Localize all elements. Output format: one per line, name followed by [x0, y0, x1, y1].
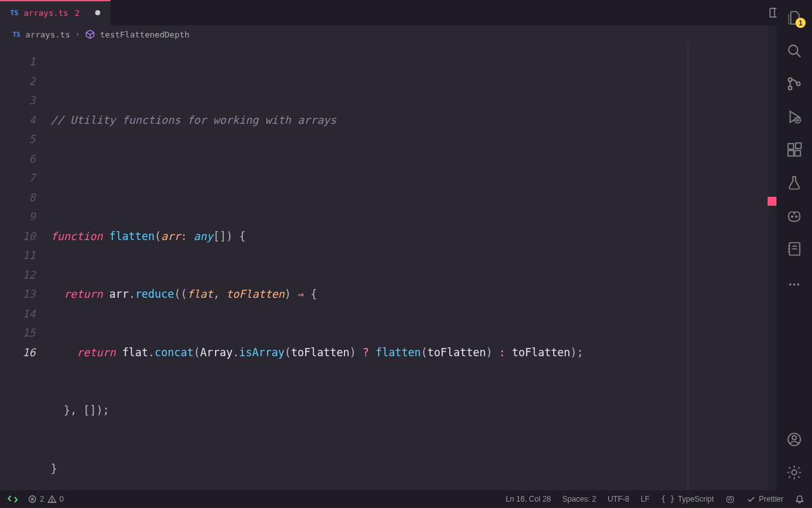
line-number[interactable]: 16	[0, 343, 36, 363]
svg-point-28	[792, 470, 797, 475]
line-number[interactable]: 5	[0, 130, 36, 149]
editor-area: 1 2 3 4 5 6 7 8 9 10 11 12 13 14 15 16 /…	[0, 43, 776, 490]
comment: // Utility functions for working with ar…	[51, 114, 336, 126]
ts-badge: TS	[13, 31, 20, 38]
breadcrumb[interactable]: TS arrays.ts › testFlattenedDepth	[0, 25, 812, 43]
line-number[interactable]: 9	[0, 207, 36, 227]
notebook-icon[interactable]	[785, 240, 803, 258]
svg-point-8	[789, 86, 792, 90]
svg-line-6	[797, 53, 801, 57]
line-number[interactable]: 3	[0, 91, 36, 110]
test-icon[interactable]	[785, 174, 803, 192]
line-number[interactable]: 4	[0, 110, 36, 130]
status-bar: 2 0 Ln 16, Col 28 Spaces: 2 UTF-8 LF { }…	[0, 490, 812, 508]
line-number[interactable]: 11	[0, 246, 36, 265]
svg-point-25	[797, 283, 800, 286]
error-marker-icon[interactable]	[768, 197, 776, 206]
tab-filename: arrays.ts	[23, 8, 68, 18]
svg-rect-13	[795, 150, 801, 156]
line-number[interactable]: 14	[0, 304, 36, 324]
line-number[interactable]: 1	[0, 52, 36, 72]
badge-count: 1	[796, 18, 806, 28]
line-number[interactable]: 15	[0, 323, 36, 343]
svg-rect-14	[796, 143, 801, 149]
scrollbar-vertical[interactable]	[769, 25, 776, 490]
notifications-icon[interactable]	[795, 495, 804, 504]
indentation-button[interactable]: Spaces: 2	[563, 495, 596, 504]
svg-point-7	[789, 78, 792, 81]
line-number[interactable]: 10	[0, 227, 36, 246]
line-number[interactable]: 7	[0, 168, 36, 188]
line-number[interactable]: 6	[0, 149, 36, 169]
svg-point-33	[51, 501, 52, 502]
svg-point-5	[789, 45, 797, 54]
warning-icon	[48, 495, 56, 504]
chevron-right-icon: ›	[75, 30, 80, 39]
warning-count: 0	[60, 495, 64, 504]
source-control-icon[interactable]	[785, 75, 803, 93]
tab-active[interactable]: TS arrays.ts 2	[0, 0, 110, 25]
search-icon[interactable]	[785, 42, 803, 60]
encoding-button[interactable]: UTF-8	[608, 495, 629, 504]
error-icon	[28, 495, 37, 504]
eol-button[interactable]: LF	[641, 495, 650, 504]
copilot-icon[interactable]	[785, 207, 803, 225]
tab-error-count: 2	[75, 8, 80, 18]
run-debug-icon[interactable]	[785, 108, 803, 126]
svg-point-16	[796, 216, 797, 217]
line-gutter[interactable]: 1 2 3 4 5 6 7 8 9 10 11 12 13 14 15 16	[0, 43, 51, 490]
svg-rect-11	[788, 144, 794, 149]
cursor-position[interactable]: Ln 16, Col 28	[506, 495, 551, 504]
more-icon[interactable]	[785, 276, 803, 293]
activity-bar: 1	[776, 0, 812, 490]
line-number[interactable]: 12	[0, 265, 36, 285]
breadcrumb-symbol[interactable]: testFlattenedDepth	[100, 30, 190, 39]
extensions-icon[interactable]	[785, 141, 803, 159]
formatter-button[interactable]: Prettier	[747, 495, 783, 504]
svg-point-15	[792, 216, 793, 217]
tab-accent	[0, 0, 110, 1]
dirty-dot-icon	[95, 10, 100, 15]
ruler	[688, 43, 688, 490]
problems-button[interactable]: 2 0	[28, 495, 63, 504]
svg-point-24	[793, 283, 796, 286]
method-icon	[85, 29, 95, 39]
explorer-icon[interactable]: 1	[785, 9, 803, 27]
ts-badge: TS	[10, 9, 18, 17]
tab-bar: TS arrays.ts 2	[0, 0, 812, 25]
language-mode-button[interactable]: { } TypeScript	[661, 495, 714, 504]
svg-point-35	[731, 499, 732, 500]
svg-point-23	[789, 283, 792, 286]
code-editor[interactable]: // Utility functions for working with ar…	[51, 43, 776, 490]
error-count: 2	[40, 495, 44, 504]
line-number[interactable]: 13	[0, 284, 36, 304]
copilot-status-icon[interactable]	[725, 494, 735, 504]
check-icon	[747, 495, 756, 504]
line-number[interactable]: 2	[0, 72, 36, 91]
line-number[interactable]: 8	[0, 188, 36, 208]
remote-icon[interactable]	[8, 494, 18, 504]
svg-point-27	[792, 436, 797, 440]
account-icon[interactable]	[785, 431, 803, 448]
svg-point-34	[729, 499, 730, 500]
svg-rect-12	[788, 150, 794, 156]
breadcrumb-file[interactable]: arrays.ts	[25, 30, 70, 39]
settings-gear-icon[interactable]	[785, 464, 803, 481]
